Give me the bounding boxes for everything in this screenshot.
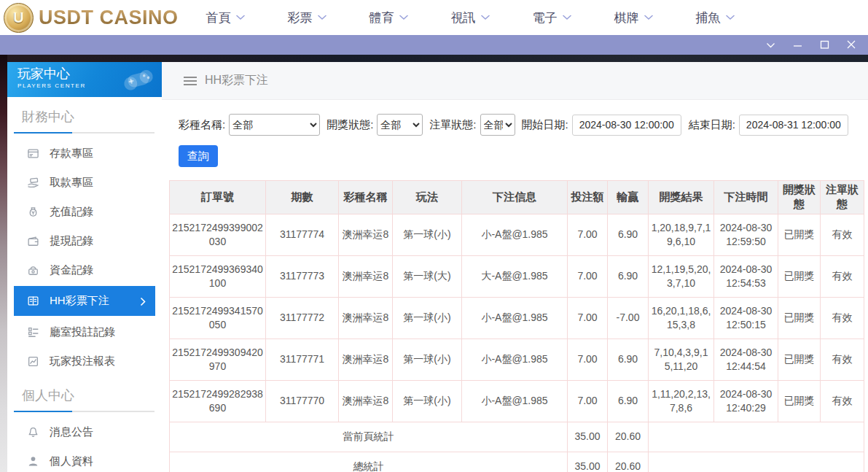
sidebar-item-player-bet-report[interactable]: 玩家投注報表 <box>7 347 162 376</box>
recharge-record-icon <box>27 206 39 218</box>
sidebar-item-deposit[interactable]: 存款專區 <box>7 139 162 168</box>
players-center-banner: 玩家中心 PLAYERS CENTER <box>7 62 162 97</box>
maximize-button[interactable] <box>819 40 829 50</box>
search-button[interactable]: 查詢 <box>179 145 218 167</box>
summary-bet-total: 35.00 <box>568 452 608 472</box>
table-cell: 7.00 <box>568 380 608 422</box>
table-cell: 31177772 <box>266 297 339 338</box>
chevron-down-icon <box>236 15 245 20</box>
sidebar-item-announcements[interactable]: 消息公告 <box>7 417 162 446</box>
background-left-edge <box>0 55 7 472</box>
nav-item-label: 首頁 <box>206 9 231 26</box>
summary-winloss-total: 20.60 <box>608 422 649 452</box>
nav-item-home[interactable]: 首頁 <box>206 9 245 26</box>
table-cell: 31177770 <box>266 380 339 422</box>
column-header: 彩種名稱 <box>339 181 393 214</box>
nav-item-fishing[interactable]: 捕魚 <box>696 9 735 26</box>
deposit-icon <box>27 147 39 160</box>
main-content: HH彩票下注 彩種名稱: 全部 開獎狀態: 全部 注單狀態: 全部 開始日期: … <box>162 62 868 472</box>
table-cell: 7.00 <box>568 297 608 338</box>
table-cell: 小-A盤@1.985 <box>462 380 568 422</box>
table-cell: 已開獎 <box>778 338 821 380</box>
draw-status-select[interactable]: 全部 <box>377 114 423 136</box>
table-cell: 2152172499282938690 <box>170 380 266 422</box>
order-status-select[interactable]: 全部 <box>480 114 515 136</box>
table-cell: 第一球(小) <box>393 297 462 338</box>
profile-icon <box>27 455 39 468</box>
nav-item-live[interactable]: 視訊 <box>451 9 490 26</box>
table-cell: 6.90 <box>608 380 649 422</box>
sidebar-item-label: 提現記錄 <box>50 234 93 248</box>
sidebar-item-funds-record[interactable]: 資金記錄 <box>7 255 162 285</box>
start-date-input[interactable] <box>572 115 681 136</box>
nav-item-label: 棋牌 <box>614 9 639 26</box>
table-cell: 7.00 <box>568 255 608 297</box>
table-cell: 31177773 <box>266 255 339 297</box>
end-date-input[interactable] <box>739 115 848 136</box>
top-navigation: U USDT CASINO 首頁彩票體育視訊電子棋牌捕魚 <box>0 0 868 35</box>
section-underline <box>14 132 155 134</box>
close-button[interactable] <box>846 40 856 50</box>
table-cell: -7.00 <box>608 297 649 338</box>
sidebar-item-recharge-record[interactable]: 充值記錄 <box>7 197 162 226</box>
app-window: 玩家中心 PLAYERS CENTER 財務中心存款專區取款專區充值記錄提現記錄… <box>7 62 868 472</box>
sidebar-item-profile[interactable]: 個人資料 <box>7 446 162 472</box>
table-cell: 1,11,20,2,13,7,8,6 <box>649 380 714 422</box>
table-row: 215217249928293869031177770澳洲幸运8第一球(小)小-… <box>170 380 864 422</box>
table-cell: 6.90 <box>608 255 649 297</box>
table-row: 215217249930942097031177771澳洲幸运8第一球(小)小-… <box>170 338 864 380</box>
sidebar-item-hh-lottery-bet[interactable]: HH彩票下注 <box>14 286 155 316</box>
usdt-coin-icon: U <box>4 3 34 33</box>
table-cell: 小-A盤@1.985 <box>462 338 568 380</box>
chevron-down-button[interactable] <box>765 40 775 50</box>
table-cell: 1,20,18,9,7,19,6,10 <box>649 214 714 255</box>
table-cell: 16,20,1,18,6,15,3,8 <box>649 297 714 338</box>
table-cell: 已開獎 <box>778 380 821 422</box>
column-header: 下注信息 <box>462 181 568 214</box>
window-titlebar <box>0 35 868 55</box>
hamburger-menu-icon[interactable] <box>184 76 197 86</box>
room-bet-record-icon <box>27 326 39 338</box>
minimize-button[interactable] <box>792 40 802 50</box>
lottery-name-select[interactable]: 全部 <box>229 114 320 136</box>
nav-item-board-games[interactable]: 棋牌 <box>614 9 653 26</box>
summary-label: 總統計 <box>170 452 568 472</box>
sidebar-item-withdraw[interactable]: 取款專區 <box>7 168 162 197</box>
chevron-down-icon <box>563 15 571 20</box>
table-cell: 第一球(小) <box>393 338 462 380</box>
nav-item-sports[interactable]: 體育 <box>370 9 408 26</box>
section-title: 財務中心 <box>22 108 155 125</box>
announcement-bell-icon <box>27 426 39 438</box>
chevron-right-icon <box>140 297 146 306</box>
table-row: 215217249934157005031177772澳洲幸运8第一球(小)小-… <box>170 297 864 338</box>
table-cell: 已開獎 <box>778 255 821 297</box>
gamepad-icon <box>120 64 156 96</box>
table-cell: 2024-08-30 12:54:53 <box>714 255 778 297</box>
nav-item-lottery[interactable]: 彩票 <box>288 9 327 26</box>
summary-label: 當前頁統計 <box>170 422 568 452</box>
main-menu: 首頁彩票體育視訊電子棋牌捕魚 <box>206 9 735 26</box>
sidebar: 玩家中心 PLAYERS CENTER 財務中心存款專區取款專區充值記錄提現記錄… <box>7 62 162 472</box>
sidebar-item-room-bet-record[interactable]: 廳室投註記錄 <box>7 317 162 347</box>
table-cell: 有效 <box>821 214 864 255</box>
sidebar-item-withdrawal-record[interactable]: 提現記錄 <box>7 226 162 255</box>
table-cell: 6.90 <box>608 338 649 380</box>
table-cell: 有效 <box>821 255 864 297</box>
table-cell: 7,10,4,3,9,15,11,20 <box>649 338 714 380</box>
summary-winloss-total: 20.60 <box>608 452 649 472</box>
column-header: 輸贏 <box>608 181 649 214</box>
table-cell: 7.00 <box>568 338 608 380</box>
chevron-down-icon <box>766 39 775 52</box>
column-header: 下注時間 <box>714 181 778 214</box>
table-row: 215217249936934010031177773澳洲幸运8第一球(大)大-… <box>170 255 864 297</box>
bet-records-table: 訂單號期數彩種名稱玩法下注信息投注額輸贏開獎結果下注時間開獎狀態注單狀態 215… <box>169 180 864 472</box>
table-cell: 2024-08-30 12:44:54 <box>714 338 778 380</box>
maximize-icon <box>820 39 829 52</box>
table-cell: 7.00 <box>568 214 608 255</box>
site-logo[interactable]: U USDT CASINO <box>0 3 179 33</box>
coin-letter: U <box>13 9 23 26</box>
table-cell: 澳洲幸运8 <box>339 255 393 297</box>
sidebar-item-label: 取款專區 <box>50 176 93 190</box>
table-cell: 有效 <box>821 380 864 422</box>
nav-item-slots[interactable]: 電子 <box>533 9 571 26</box>
